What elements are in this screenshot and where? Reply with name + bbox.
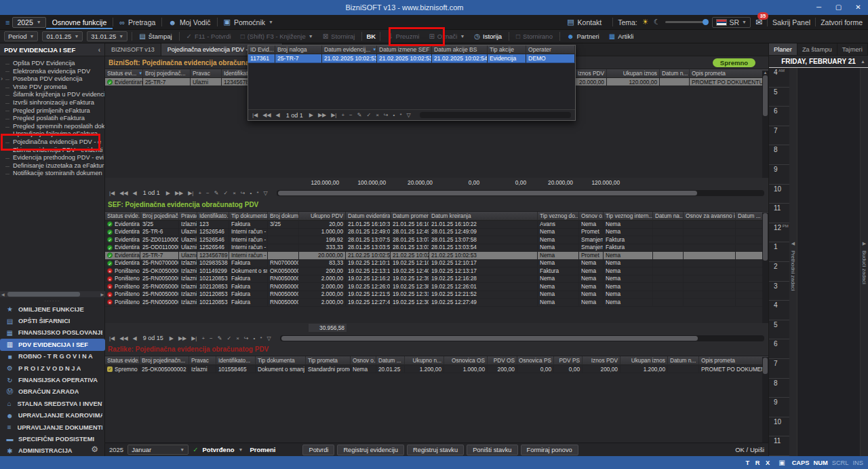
biznisoft-grid-pager[interactable]: |◀◀◀◀1 od 1▶▶▶▶|+−✎✓×↪•*▽ [105, 187, 768, 198]
first-page-icon[interactable]: |◀ [109, 190, 115, 196]
hour-slot[interactable]: 2 [769, 262, 789, 282]
column-header[interactable]: Identifikato... [216, 356, 256, 365]
sidebar-tree-item[interactable]: Šifarnik knjiženja u PDV evidenci [0, 91, 104, 99]
column-header[interactable]: Osnovica PS [517, 356, 554, 365]
column-header[interactable]: Ukupno PDV [299, 212, 346, 221]
sidebar-section-9[interactable]: ⌂STALNA SREDSTVA I INVENTAR [0, 398, 105, 409]
sidebar-section-12[interactable]: ▬SPECIFIČNI PODSISTEMI [0, 433, 105, 445]
potvrdi-button[interactable]: Potvrdi [302, 445, 334, 455]
prev-fast-icon[interactable]: ◀◀ [119, 335, 127, 341]
column-header[interactable]: Broj naloga [275, 45, 322, 54]
confirm-icon[interactable]: ✓ [223, 190, 228, 196]
filter-icon[interactable]: ▼ [138, 69, 142, 78]
stampaj-button[interactable]: ▤ Štampaj [136, 33, 174, 40]
column-header[interactable]: Osnov za avansno i... [684, 212, 736, 221]
prev-icon[interactable]: ◀ [276, 112, 280, 118]
column-header[interactable]: Ukupan iznos [620, 356, 668, 365]
next-fast-icon[interactable]: ▶▶ [318, 112, 326, 118]
messages-button[interactable]: ✉ 35 [755, 18, 762, 27]
hour-slot[interactable]: 12 PM [769, 223, 789, 243]
bk-button[interactable]: BK [366, 33, 376, 40]
column-header[interactable]: Pravac [179, 212, 197, 221]
edit-icon[interactable]: ✎ [214, 190, 219, 196]
sun-icon[interactable]: ☀ [642, 18, 649, 26]
sidebar-section-2[interactable]: ▤OPŠTI ŠIFARNICI [0, 315, 105, 326]
istorija-pager[interactable]: |◀◀◀◀1 od 1▶▶▶▶|+−✎✓×↪•*▽ [248, 109, 575, 120]
promeni-button[interactable]: Promeni [250, 446, 275, 453]
column-header[interactable]: Pravac [191, 69, 222, 78]
planner-canvas[interactable] [797, 68, 860, 456]
menu-pretraga[interactable]: ∞ Pretraga [113, 15, 161, 29]
column-header[interactable]: Status evide... [105, 356, 140, 365]
istorija-button[interactable]: ◷ Istorija [471, 33, 505, 40]
zatvori-forme-button[interactable]: Zatvori forme [821, 18, 863, 26]
column-header[interactable]: Tip prometa [306, 356, 351, 365]
table-row[interactable]: Poništeno25-RN005000013Izlazni102120853F… [105, 283, 768, 291]
sidebar-section-8[interactable]: ⓂOBRAČUN ZARADA [0, 386, 105, 398]
hour-slot[interactable]: 8 [769, 145, 789, 165]
column-header[interactable]: Osnov o... [579, 212, 604, 221]
prev-fast-icon[interactable]: ◀◀ [119, 190, 127, 196]
column-header[interactable]: Operater [526, 45, 575, 54]
table-row[interactable]: Poništeno25-RN005000012Izlazni102120853F… [105, 291, 768, 299]
delete-icon[interactable]: − [210, 335, 213, 341]
arrow-right-icon[interactable]: ▶ [863, 241, 866, 246]
column-header[interactable]: Tip dokumenta [256, 356, 306, 365]
scroll-right-icon[interactable]: ▶ [99, 292, 105, 297]
last-page-icon[interactable]: ▶| [191, 335, 197, 341]
sakrij-panel-button[interactable]: Sakrij Panel [772, 18, 810, 26]
column-header[interactable]: Datum evidentiranja [346, 212, 391, 221]
arrow-left-icon[interactable]: ◀ [791, 241, 795, 246]
prev-icon[interactable]: ◀ [133, 335, 137, 341]
confirm-icon[interactable]: ✓ [226, 335, 231, 341]
asterisk-icon[interactable]: * [260, 335, 262, 341]
table-row[interactable]: Poništeno25-OK005000044Izlazni101149299D… [105, 267, 768, 276]
sidebar-tree-item[interactable]: Vrste PDV prometa [0, 83, 104, 92]
future-tasks-strip[interactable]: ▶ Budući zadaci [860, 68, 868, 456]
next-icon[interactable]: ▶ [166, 190, 170, 196]
stornirano-button[interactable]: □ Stornirano [513, 33, 555, 40]
column-header[interactable]: Iznos PDV [583, 356, 620, 365]
sidebar-tree-item[interactable]: Pregled spremnih neposlatih dok [0, 123, 104, 131]
vertical-scrollbar[interactable]: ▲ [762, 71, 768, 178]
filter-icon[interactable]: ▽ [267, 335, 271, 341]
theme-slider[interactable] [665, 21, 707, 23]
table-row[interactable]: Evidentirano25-TR-7Ulazni123456789Intern… [105, 252, 768, 260]
bookmark-icon[interactable]: • [254, 335, 256, 341]
next-fast-icon[interactable]: ▶▶ [175, 190, 183, 196]
asterisk-icon[interactable]: * [256, 190, 258, 196]
formiraj-ponovo-button[interactable]: Formiraj ponovo [521, 445, 578, 455]
table-row[interactable]: Poništeno25-RN005000014Izlazni102120853F… [105, 299, 768, 307]
year-dropdown[interactable]: 2025 ▼ [12, 17, 45, 28]
next-fast-icon[interactable]: ▶▶ [178, 335, 186, 341]
planner-tab-1[interactable]: Planer [769, 43, 797, 55]
ok-upisi-button[interactable]: OK / Upiši [735, 446, 764, 453]
sidebar-section-3[interactable]: ▦FINANSIJSKO POSLOVANJE [0, 327, 105, 339]
menu-pomocnik[interactable]: ▣ Pomoćnik ▼ [218, 15, 279, 29]
column-header[interactable]: Datum akcije BS [432, 45, 488, 54]
scrollbar-thumb[interactable] [281, 336, 698, 341]
table-row[interactable]: 11736125-TR-721.02.2025 10:02:5321.02.20… [248, 54, 575, 63]
column-header[interactable]: Tip veznog do... [538, 212, 579, 221]
bookmark-icon[interactable]: • [393, 112, 395, 118]
f3-knjizenje-button[interactable]: □ (Shift) F3 - Knjiženje ▼ [238, 33, 316, 40]
filter-icon[interactable]: ▼ [372, 45, 376, 54]
column-header[interactable]: Tip veznog intern... [604, 212, 653, 221]
table-row[interactable]: Spremno25-OK005000002Izlazni101558465Dok… [105, 365, 768, 373]
column-header[interactable]: Datum n... [668, 356, 699, 365]
collapse-icon[interactable]: ‹ [98, 46, 100, 54]
sidebar-section-11[interactable]: ≡UPRAVLJANJE DOKUMENTIMA [0, 421, 105, 433]
next-icon[interactable]: ▶ [309, 112, 313, 118]
column-header[interactable]: Pravac [189, 356, 216, 365]
sidebar-tree-item[interactable]: Evidencija prethodnog PDV - evi [0, 154, 104, 162]
next-icon[interactable]: ▶ [170, 335, 174, 341]
hour-slot[interactable]: 4 [769, 301, 789, 320]
scrollbar-thumb[interactable] [763, 213, 768, 261]
planner-tab-2[interactable]: Za štampu [797, 43, 837, 55]
menu-moj-vodic[interactable]: ☻ Moj Vodič [162, 15, 216, 29]
hour-slot[interactable]: 9 [769, 398, 789, 417]
sidebar-section-7[interactable]: ↻FINANSIJSKA OPERATIVA [0, 374, 105, 386]
scrollbar-thumb[interactable] [7, 292, 80, 297]
column-header[interactable]: Opis prometa [690, 69, 768, 78]
sidebar-section-13[interactable]: ✱ADMINISTRACIJA [0, 445, 105, 457]
